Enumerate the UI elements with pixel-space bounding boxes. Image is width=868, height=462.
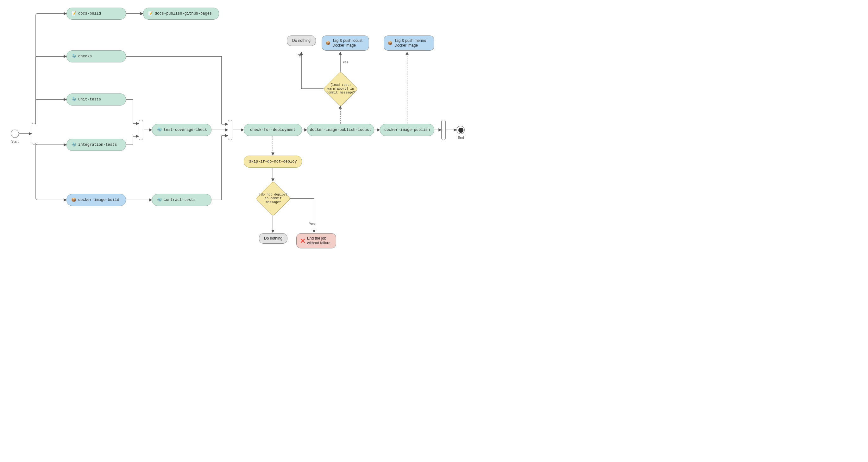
- node-label: docker-image-publish-locust: [310, 128, 371, 132]
- node-label: unit-tests: [78, 97, 101, 102]
- node-label: docker-image-publish: [384, 128, 430, 132]
- parallel-join-2: [441, 120, 446, 140]
- end-label: End: [455, 136, 467, 139]
- node-docs-build: 📝 docs-build: [66, 8, 126, 20]
- node-skip-if-do-not-deploy: skip-if-do-not-deploy: [244, 155, 302, 168]
- node-docker-image-publish: docker-image-publish: [380, 124, 434, 136]
- whale-icon: 🐳: [71, 54, 76, 59]
- node-docs-publish: 📝 docs-publish-github-pages: [143, 8, 219, 20]
- parallel-gateway-2: [138, 120, 143, 140]
- whale-icon: 🐳: [157, 127, 162, 133]
- decision-label: [load test: warn|abort] in commit messag…: [324, 83, 358, 95]
- edge-label-yes-load: Yes: [342, 60, 348, 64]
- decision-load-test: [load test: warn|abort] in commit messag…: [323, 71, 358, 107]
- node-label: docs-publish-github-pages: [155, 11, 212, 16]
- node-label: contract-tests: [164, 198, 196, 202]
- edge-label-yes-dnd: Yes: [309, 222, 315, 226]
- edge-label-no-load: No: [298, 53, 302, 57]
- action-label: End the job without failure: [307, 236, 332, 246]
- node-unit-tests: 🐳 unit-tests: [66, 93, 126, 106]
- action-do-nothing-bottom: Do nothing: [259, 233, 287, 244]
- node-label: docker-image-build: [78, 198, 119, 202]
- node-label: integration-tests: [78, 143, 117, 147]
- start-label: Start: [7, 139, 23, 143]
- action-label: Do nothing: [264, 236, 282, 241]
- node-label: test-coverage-check: [164, 128, 207, 132]
- decision-do-not-deploy: [do not deploy] in commit message?: [256, 181, 290, 216]
- whale-icon: 🐳: [71, 142, 76, 147]
- node-docker-image-publish-locust: docker-image-publish-locust: [307, 124, 374, 136]
- end-node: [457, 126, 465, 134]
- flowchart-canvas: Start 📝 docs-build 📝 docs-publish-github…: [0, 0, 483, 263]
- node-label: checks: [78, 54, 92, 59]
- start-node: [11, 129, 19, 138]
- action-label: Tag & push locust Docker image: [332, 38, 365, 48]
- node-docker-image-build: 📦 docker-image-build: [66, 194, 126, 206]
- package-icon: 📦: [326, 41, 331, 46]
- whale-icon: 🐳: [71, 97, 76, 102]
- node-integration-tests: 🐳 integration-tests: [66, 139, 126, 151]
- package-icon: 📦: [71, 197, 76, 202]
- pencil-icon: 📝: [148, 11, 153, 16]
- node-checks: 🐳 checks: [66, 50, 126, 62]
- node-contract-tests: 🐳 contract-tests: [152, 194, 212, 206]
- whale-icon: 🐳: [157, 197, 162, 202]
- decision-label: [do not deploy] in commit message?: [256, 193, 290, 204]
- node-label: docs-build: [78, 11, 101, 16]
- action-label: Do nothing: [292, 38, 311, 43]
- action-label: Tag & push merino Docker image: [395, 38, 430, 48]
- action-do-nothing-top: Do nothing: [287, 35, 316, 46]
- node-test-coverage-check: 🐳 test-coverage-check: [152, 124, 212, 136]
- action-tag-push-merino: 📦 Tag & push merino Docker image: [384, 35, 434, 51]
- node-check-for-deployment: check-for-deployment: [244, 124, 302, 136]
- pencil-icon: 📝: [71, 11, 76, 16]
- action-tag-push-locust: 📦 Tag & push locust Docker image: [321, 35, 369, 51]
- parallel-gateway-1: [32, 123, 36, 144]
- action-end-job: ❌ End the job without failure: [296, 233, 336, 249]
- end-node-inner: [458, 128, 463, 133]
- cross-icon: ❌: [301, 239, 305, 243]
- node-label: check-for-deployment: [250, 128, 296, 132]
- package-icon: 📦: [388, 41, 393, 46]
- parallel-join-1: [228, 120, 232, 140]
- node-label: skip-if-do-not-deploy: [249, 160, 297, 164]
